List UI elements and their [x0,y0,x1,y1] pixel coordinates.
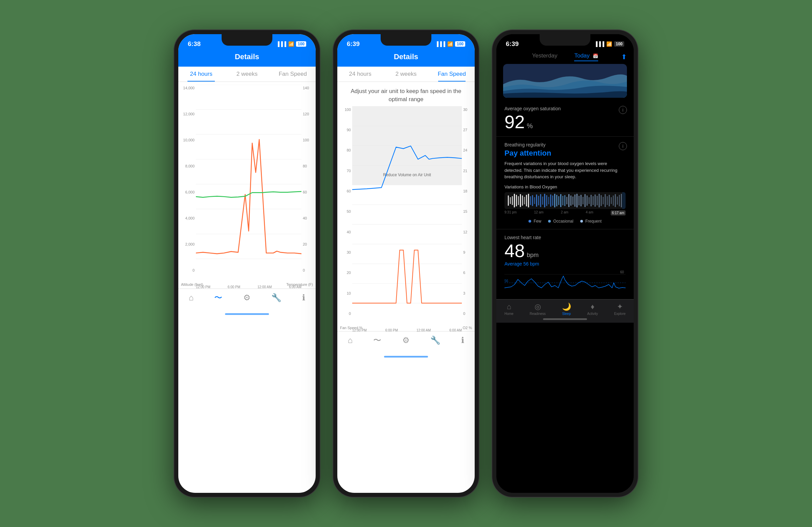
phone-3-screen: 6:39 ▐▐▐ 📶 100 Yesterday Today 📅 ⬆ [496,34,634,493]
day-tab-group: Yesterday Today 📅 [532,53,598,61]
nav-activity-2[interactable]: 〜 [373,335,381,346]
nav-activity-1[interactable]: 〜 [214,292,222,303]
activity-icon-2: 〜 [373,335,381,346]
tools-icon-2: 🔧 [430,336,440,345]
svg-rect-64 [595,194,596,207]
settings-icon-1: ⚙ [243,293,251,303]
svg-rect-46 [558,196,559,205]
nav-tools-1[interactable]: 🔧 [271,293,281,303]
tab-24h-1[interactable]: 24 hours [178,67,224,82]
fan-chart-area: 100 90 80 70 60 50 40 30 20 10 0 [337,106,475,331]
oxygen-section: Average oxygen saturation 92 % i [496,101,634,137]
svg-rect-41 [548,197,549,204]
status-icons-1: ▐▐▐ 📶 100 [276,41,306,47]
app-header-2: Details [337,50,475,67]
svg-rect-75 [617,196,618,205]
y-left-fan: 100 90 80 70 60 50 40 30 20 10 0 [339,106,352,326]
nav-readiness-3[interactable]: ◎ Readiness [530,303,546,316]
wifi-icon-3: 📶 [606,41,612,47]
share-button[interactable]: ⬆ [621,53,627,61]
nav-activity-3[interactable]: ♦ Activity [588,303,598,316]
svg-rect-76 [619,195,620,206]
svg-rect-62 [591,195,592,206]
fan-svg-area: Reduce Volume on Air Unit 12:00 PM 6:00 … [352,106,462,326]
tab-yesterday[interactable]: Yesterday [532,53,557,61]
svg-rect-60 [587,195,588,206]
tab-2w-2[interactable]: 2 weeks [383,67,429,82]
bottom-nav-1: ⌂ 〜 ⚙ 🔧 ℹ [178,289,316,313]
info-icon-1: ℹ [302,293,305,303]
app-header-1: Details [178,50,316,67]
bottom-nav-2: ⌂ 〜 ⚙ 🔧 ℹ [337,331,475,356]
phone-2: 6:39 ▐▐▐ 📶 100 Details 24 hours 2 weeks … [333,30,479,497]
legend-few-label: Few [534,219,541,223]
signal-icon-3: ▐▐▐ [594,41,604,47]
nav-info-2[interactable]: ℹ [461,336,464,345]
svg-rect-32 [530,196,531,205]
notch-1 [222,34,272,46]
svg-rect-50 [566,197,567,204]
nav-settings-1[interactable]: ⚙ [243,293,251,303]
nav-home-2[interactable]: ⌂ [348,336,353,345]
sleep-wave-svg [503,64,627,98]
chart-svg-area-1: 12:00 PM 6:00 PM 12:00 AM 6:00 AM [196,85,302,282]
svg-rect-29 [524,197,525,204]
heart-avg: Average 56 bpm [505,261,626,266]
oxygen-info-icon[interactable]: i [619,106,627,114]
svg-text:56: 56 [505,279,508,282]
home-indicator-2 [337,356,475,360]
day-tabs: Yesterday Today 📅 ⬆ [496,50,634,64]
battery-icon-3: 100 [614,41,624,47]
svg-rect-42 [550,194,551,207]
svg-rect-26 [518,196,519,205]
svg-rect-30 [526,195,527,206]
battery-icon-2: 100 [455,41,465,47]
tools-icon-1: 🔧 [271,293,281,303]
breathing-info-icon[interactable]: i [619,142,627,150]
legend-frequent-label: Frequent [585,219,601,223]
svg-rect-40 [546,195,547,206]
nav-info-1[interactable]: ℹ [302,293,305,303]
chart-area-1: 14,000 12,000 10,000 8,000 6,000 4,000 2… [178,82,316,289]
app-title-1: Details [235,53,259,61]
svg-rect-28 [522,195,523,206]
tab-2w-1[interactable]: 2 weeks [224,67,270,82]
svg-rect-27 [520,194,521,207]
notch-2 [381,34,431,46]
y-right-axis-1: 140 120 100 80 60 40 20 0 [302,85,314,282]
nav-home-3[interactable]: ⌂ Home [505,303,513,316]
fan-speed-info: Adjust your air unit to keep fan speed i… [337,82,475,106]
nav-home-1[interactable]: ⌂ [189,293,194,303]
svg-rect-48 [562,196,563,205]
nav-sleep-3[interactable]: 🌙 Sleep [562,303,571,316]
nav-tools-2[interactable]: 🔧 [430,336,440,345]
svg-rect-61 [589,197,590,204]
svg-rect-49 [564,195,565,206]
tab-today[interactable]: Today 📅 [574,53,598,61]
scroll-content[interactable]: Average oxygen saturation 92 % i i Breat… [496,101,634,299]
svg-text:60: 60 [620,270,624,274]
variation-chart [505,192,626,209]
svg-rect-69 [605,194,606,207]
svg-rect-66 [598,194,599,207]
sleep-icon-3: 🌙 [562,303,571,311]
tab-fanspeed-2[interactable]: Fan Speed [429,67,475,82]
home-indicator-1 [178,313,316,318]
oxygen-value: 92 [505,113,525,131]
svg-rect-47 [560,194,561,207]
nav-explore-3[interactable]: ✦ Explore [614,303,626,316]
svg-rect-33 [532,195,533,206]
svg-rect-57 [581,195,582,206]
legend-occasional-label: Occasional [553,219,573,223]
heart-chart-svg: 60 56 [505,269,626,296]
svg-rect-56 [579,196,580,205]
tab-24h-2[interactable]: 24 hours [337,67,383,82]
y-left-axis-1: 14,000 12,000 10,000 8,000 6,000 4,000 2… [180,85,196,282]
tab-fanspeed-1[interactable]: Fan Speed [270,67,316,82]
heart-value-row: 48 bpm [505,241,626,260]
nav-settings-2[interactable]: ⚙ [402,336,410,345]
svg-rect-59 [585,194,586,207]
phone-3: 6:39 ▐▐▐ 📶 100 Yesterday Today 📅 ⬆ [492,30,638,497]
svg-rect-63 [593,196,594,205]
breathing-status: Pay attention [505,149,626,158]
